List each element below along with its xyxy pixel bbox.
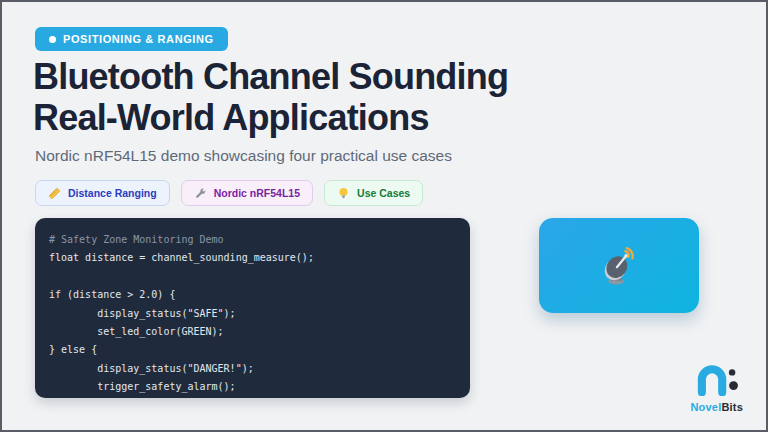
tag-list: Distance Ranging Nordic nRF54L15 [35,180,423,206]
satellite-dish-icon [596,241,642,291]
code-line: float distance = channel_sounding_measur… [49,249,456,267]
code-line: if (distance > 2.0) { [49,286,456,304]
tag-label: Nordic nRF54L15 [214,187,300,199]
tag-label: Use Cases [357,187,410,199]
feature-card [539,218,699,313]
novelbits-logo-mark-icon [693,362,741,400]
tag-distance-ranging: Distance Ranging [35,180,170,206]
badge-dot-icon [49,36,56,43]
badge-label: POSITIONING & RANGING [63,33,214,45]
code-line: } else { [49,341,456,359]
page-title: Bluetooth Channel Sounding Real-World Ap… [33,56,508,138]
tag-label: Distance Ranging [68,187,157,199]
code-line: # Safety Zone Monitoring Demo [49,231,456,249]
novelbits-logo: NovelBits [690,362,743,413]
tag-use-cases: Use Cases [324,180,423,206]
wordmark-novel: Novel [690,401,721,413]
tag-nordic-nrf54l15: Nordic nRF54L15 [181,180,313,206]
page-title-line2: Real-World Applications [33,97,429,138]
lightbulb-icon [337,187,350,200]
wrench-icon [194,187,207,200]
code-line: display_status("DANGER!"); [49,360,456,378]
novelbits-wordmark: NovelBits [690,401,743,413]
page-title-line1: Bluetooth Channel Sounding [33,56,508,97]
code-line [49,268,456,286]
category-badge: POSITIONING & RANGING [35,27,228,51]
ruler-icon [48,187,61,200]
code-line: trigger_safety_alarm(); [49,378,456,396]
page-subtitle: Nordic nRF54L15 demo showcasing four pra… [35,147,452,165]
code-line: display_status("SAFE"); [49,305,456,323]
code-block: # Safety Zone Monitoring Demo float dist… [35,218,470,398]
code-line: set_led_color(GREEN); [49,323,456,341]
slide: POSITIONING & RANGING Bluetooth Channel … [0,0,768,432]
wordmark-bits: Bits [721,401,743,413]
